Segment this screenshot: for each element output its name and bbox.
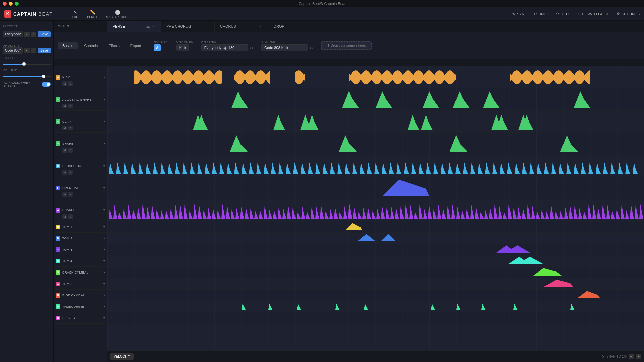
tab-chorus[interactable]: CHORUS ⋮ <box>215 21 268 32</box>
channel-value: Kick <box>176 44 193 51</box>
mute-kick-button[interactable]: M <box>62 81 67 86</box>
sync-button[interactable]: ⟲ SYNC <box>512 12 527 16</box>
track-dropdown-snare[interactable]: ▾ <box>103 142 105 145</box>
tab-basics-label: Basics <box>62 44 73 48</box>
rhythm-field: RHYTHM Everybody Up 130 ‹ › <box>201 40 253 51</box>
solo-clap-button[interactable]: S <box>68 126 73 130</box>
track-controls-closed-hat: M S <box>62 170 73 175</box>
track-dropdown-crash-cymbal[interactable]: ▾ <box>103 270 105 274</box>
zoom-out-button[interactable]: − <box>629 354 634 359</box>
tab-pre-chorus[interactable]: PRE CHORUS ⋮ <box>161 21 215 32</box>
volume-slider-thumb[interactable] <box>42 75 45 78</box>
note-area[interactable]: VELOCITY ⟨⟨ SNAP TO 1/8 − + <box>107 59 644 362</box>
solo-snare-button[interactable]: S <box>68 148 73 153</box>
tab-basics[interactable]: Basics <box>58 42 78 49</box>
track-name-tom2: TOM 2 <box>62 237 103 240</box>
solo-open-hat-button[interactable]: S <box>68 192 73 197</box>
rhythm-box[interactable]: Everybody Up 130 <box>201 44 248 51</box>
drum-kit-section: DRUM KIT Code 808* ‹ › Save <box>3 43 51 54</box>
tab-controls-label: Controls <box>84 44 98 48</box>
mute-clap-button[interactable]: M <box>62 126 67 130</box>
tab-export[interactable]: Export <box>126 42 146 49</box>
pre-chorus-more-icon[interactable]: ⋮ <box>205 24 209 29</box>
velocity-button[interactable]: VELOCITY <box>110 353 134 360</box>
velocity-label: VELOCITY <box>114 355 130 358</box>
drum-kit-save-button[interactable]: Save <box>38 48 51 53</box>
solo-shaker-button[interactable]: S <box>68 214 73 219</box>
track-dropdown-open-hat[interactable]: ▾ <box>103 186 105 190</box>
sample-box[interactable]: Code 808 Kick <box>261 44 308 51</box>
edit-tool-button[interactable]: ↖ EDIT <box>69 8 82 20</box>
close-button[interactable] <box>3 2 7 6</box>
rhythm-prev-icon[interactable]: ‹ <box>250 46 251 50</box>
undo-button[interactable]: ↩ UNDO <box>534 12 549 16</box>
verse-upload-icon[interactable]: ☁ <box>146 24 150 29</box>
snap-left-icon[interactable]: ⟨⟨ <box>602 355 604 358</box>
track-dropdown-shaker[interactable]: ▾ <box>103 208 105 212</box>
chorus-more-icon[interactable]: ⋮ <box>259 24 263 29</box>
tab-verse[interactable]: VERSE ☁ ⋮ <box>107 21 161 32</box>
drop-sample-area[interactable]: ⬇ Drop your sample here. <box>321 41 371 50</box>
maximize-button[interactable] <box>15 2 19 6</box>
midi-in-label: MIDI IN <box>54 21 107 32</box>
zoom-in-button[interactable]: + <box>636 354 641 359</box>
solo-acoustic-snare-button[interactable]: S <box>68 104 73 108</box>
tab-effects[interactable]: Effects <box>104 42 124 49</box>
track-dropdown-closed-hat[interactable]: ▾ <box>103 164 105 168</box>
magic-record-button[interactable]: ⬤ MAGIC RECORD <box>103 8 132 20</box>
pattern-prev-button[interactable]: ‹ <box>24 32 30 37</box>
verse-more-icon[interactable]: ⋮ <box>151 24 155 29</box>
tab-verse-label: VERSE <box>113 24 125 28</box>
mute-open-hat-button[interactable]: M <box>62 192 67 197</box>
rhythm-next-icon[interactable]: › <box>252 46 253 50</box>
redo-button[interactable]: ↪ REDO <box>556 12 572 16</box>
solo-closed-hat-button[interactable]: S <box>68 170 73 175</box>
drum-kit-next-button[interactable]: › <box>31 48 36 53</box>
track-controls-open-hat: M S <box>62 192 73 197</box>
solo-kick-button[interactable]: S <box>68 81 73 86</box>
play-audio-toggle[interactable] <box>42 82 51 87</box>
track-dropdown-tom1[interactable]: ▾ <box>103 225 105 229</box>
minimize-button[interactable] <box>9 2 13 6</box>
sample-prev-icon[interactable]: ‹ <box>310 46 311 50</box>
rhythm-value: Everybody Up 130 ‹ › <box>201 44 253 51</box>
sample-next-icon[interactable]: › <box>312 46 314 50</box>
track-dropdown-claves[interactable]: ▾ <box>103 316 105 320</box>
track-dropdown-clap[interactable]: ▾ <box>103 120 105 123</box>
track-dropdown-tambourine[interactable]: ▾ <box>103 305 105 308</box>
track-dropdown-ride-cymbal[interactable]: ▾ <box>103 293 105 297</box>
mute-snare-button[interactable]: M <box>62 148 67 153</box>
channel-box[interactable]: Kick <box>176 44 190 51</box>
mute-closed-hat-button[interactable]: M <box>62 170 67 175</box>
hotkey-value: A <box>154 44 168 51</box>
track-dropdown-kick[interactable]: ▾ <box>103 75 105 79</box>
track-dropdown-tom4[interactable]: ▾ <box>103 259 105 263</box>
tab-controls[interactable]: Controls <box>79 42 102 49</box>
tab-drop[interactable]: DROP <box>268 21 322 32</box>
track-dropdown-tom2[interactable]: ▾ <box>103 236 105 240</box>
redo-label: REDO <box>561 12 572 16</box>
track-dropdown-acoustic-snare[interactable]: ▾ <box>103 98 105 101</box>
hotkey-badge: A <box>154 44 161 51</box>
settings-label: SETTINGS <box>622 12 640 16</box>
mute-acoustic-snare-button[interactable]: M <box>62 104 67 108</box>
drum-kit-prev-button[interactable]: ‹ <box>24 48 30 53</box>
how-to-guide-button[interactable]: ? HOW-TO GUIDE <box>578 12 610 16</box>
filter-slider[interactable] <box>3 64 51 65</box>
track-list: A KICK ▾ M S W ACOUSTIC SNARE ▾ M S <box>54 59 107 362</box>
pattern-save-button[interactable]: Save <box>38 31 51 37</box>
channel-field: CHANNEL Kick <box>176 40 193 51</box>
sections-bar: MIDI IN VERSE ☁ ⋮ PRE CHORUS ⋮ <box>54 21 644 32</box>
settings-button[interactable]: ⚙ SETTINGS <box>616 12 640 16</box>
filter-slider-thumb[interactable] <box>22 62 26 66</box>
pencil-tool-button[interactable]: ✏️ PENCIL <box>84 8 101 20</box>
volume-slider[interactable] <box>3 76 51 77</box>
tab-pre-chorus-label: PRE CHORUS <box>166 24 191 28</box>
pattern-section-label: PATTERN <box>3 25 51 28</box>
mute-shaker-button[interactable]: M <box>62 214 67 219</box>
track-dropdown-tom5[interactable]: ▾ <box>103 282 105 286</box>
undo-label: UNDO <box>538 12 549 16</box>
track-dropdown-tom3[interactable]: ▾ <box>103 248 105 251</box>
window-controls[interactable] <box>3 2 19 6</box>
pattern-next-button[interactable]: › <box>31 32 36 37</box>
